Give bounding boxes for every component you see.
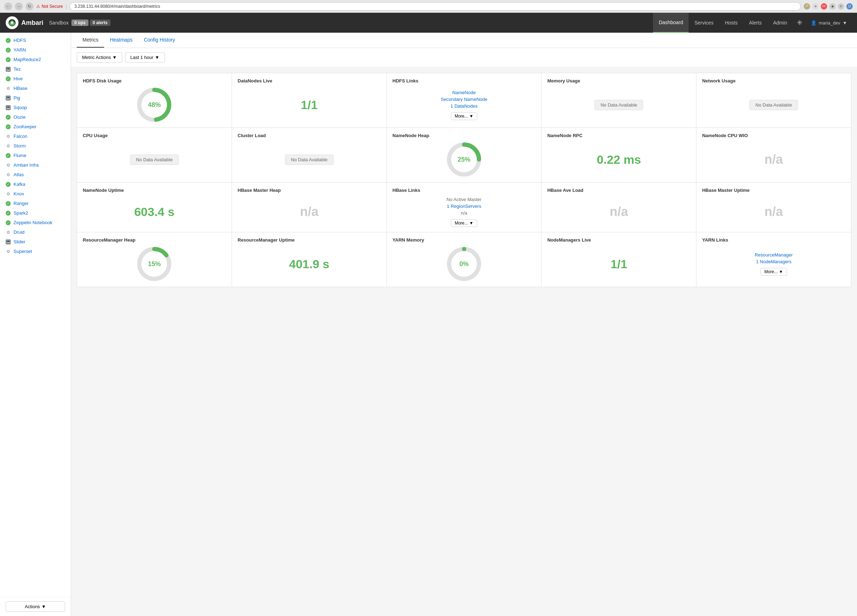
sidebar-item-label: HDFS (14, 38, 26, 43)
nav-services[interactable]: Services (688, 13, 719, 33)
sidebar-actions: Actions ▼ (0, 597, 71, 616)
sidebar-item-label: HBase (14, 86, 27, 91)
sidebar-item-slider[interactable]: 💻Slider (0, 237, 71, 246)
gear-icon: ⚙ (6, 192, 11, 197)
metric-title-resourcemanager-uptime: ResourceManager Uptime (238, 237, 381, 243)
metric-title-yarn-links: YARN Links (702, 237, 845, 243)
forward-button[interactable]: → (15, 3, 23, 10)
laptop-icon: 💻 (6, 67, 11, 72)
sidebar-item-ambari-infra[interactable]: ⚙Ambari Infra (0, 160, 71, 170)
nav-dashboard[interactable]: Dashboard (653, 13, 689, 33)
tab-config-history[interactable]: Config History (138, 33, 181, 48)
sidebar-item-label: Ranger (14, 201, 29, 206)
metric-title-cpu-usage: CPU Usage (83, 133, 226, 138)
last-hour-button[interactable]: Last 1 hour ▼ (125, 52, 165, 62)
nav-admin[interactable]: Admin (767, 13, 793, 33)
more-button[interactable]: More... ▼ (760, 268, 787, 275)
actions-arrow-icon: ▼ (41, 604, 46, 609)
username: maria_dev (818, 20, 840, 26)
sidebar-item-label: Storm (14, 143, 26, 149)
sidebar-item-superset[interactable]: ⚙Superset (0, 246, 71, 256)
alerts-badge[interactable]: 0 alerts (90, 20, 110, 26)
sidebar-item-zeppelin[interactable]: ✓Zeppelin Notebook (0, 218, 71, 228)
tab-heatmaps[interactable]: Heatmaps (104, 33, 138, 48)
metric-text: n/a (461, 210, 467, 216)
check-icon: ✓ (6, 115, 11, 120)
sidebar-item-kafka[interactable]: ✓Kafka (0, 180, 71, 189)
metric-link[interactable]: 1 NodeManagers (756, 259, 792, 264)
tabs-bar: Metrics Heatmaps Config History (71, 33, 857, 48)
metric-card-datanodes-live: DataNodes Live1/1 (232, 73, 387, 128)
metric-link[interactable]: NameNode (452, 90, 476, 95)
metric-card-nodemanagers-live: NodeManagers Live1/1 (541, 232, 696, 287)
metric-link[interactable]: 1 DataNodes (450, 104, 478, 109)
metric-card-hbase-links: HBase LinksNo Active Master1 RegionServe… (387, 183, 542, 232)
donut-label-resourcemanager-heap: 15% (148, 260, 161, 268)
sidebar-item-zookeeper[interactable]: ✓ZooKeeper (0, 122, 71, 132)
back-button[interactable]: ← (4, 3, 12, 10)
svg-point-1 (11, 22, 13, 24)
sidebar-item-mapreduce2[interactable]: ✓MapReduce2 (0, 55, 71, 64)
sidebar-item-druid[interactable]: ⚙Druid (0, 228, 71, 237)
sidebar-item-storm[interactable]: ⚙Storm (0, 141, 71, 151)
metric-link[interactable]: 1 RegionServers (447, 204, 481, 209)
instance-label: Sandbox (49, 20, 68, 26)
nav-alerts[interactable]: Alerts (743, 13, 767, 33)
metric-card-resourcemanager-heap: ResourceManager Heap 15% (77, 232, 232, 287)
metric-link[interactable]: ResourceManager (755, 252, 793, 258)
sidebar-item-sqoop[interactable]: 💻Sqoop (0, 103, 71, 112)
sidebar-item-pig[interactable]: 💻Pig (0, 93, 71, 103)
sidebar-item-falcon[interactable]: ⚙Falcon (0, 132, 71, 141)
laptop-icon: 💻 (6, 96, 11, 101)
grid-icon[interactable]: ⁜ (793, 19, 806, 27)
sidebar-item-label: Oozie (14, 115, 26, 120)
ops-badge[interactable]: 0 ops (71, 20, 88, 26)
more-button[interactable]: More... ▼ (451, 219, 478, 227)
sidebar-item-ranger[interactable]: ✓Ranger (0, 198, 71, 208)
more-button[interactable]: More... ▼ (451, 112, 478, 120)
metric-links-yarn-links: ResourceManager1 NodeManagersMore... ▼ (702, 246, 845, 282)
sidebar-actions-button[interactable]: Actions ▼ (6, 601, 65, 612)
nav-hosts[interactable]: Hosts (719, 13, 743, 33)
sidebar-item-hive[interactable]: ✓Hive (0, 74, 71, 84)
metric-title-namenode-rpc: NameNode RPC (547, 133, 690, 138)
metric-title-yarn-memory: YARN Memory (393, 237, 536, 243)
user-menu[interactable]: 👤 maria_dev ▼ (806, 20, 851, 26)
sidebar-items: ✓HDFS✓YARN✓MapReduce2💻Tez✓Hive⚙HBase💻Pig… (0, 33, 71, 597)
refresh-button[interactable]: ↻ (26, 3, 33, 10)
sidebar-item-atlas[interactable]: ⚙Atlas (0, 170, 71, 180)
app-header: Ambari Sandbox 0 ops 0 alerts Dashboard … (0, 13, 857, 33)
check-icon: ✓ (6, 57, 11, 62)
sidebar-item-yarn[interactable]: ✓YARN (0, 45, 71, 55)
donut-label-hdfs-disk-usage: 48% (148, 101, 161, 109)
metric-card-namenode-heap: NameNode Heap 25% (387, 128, 542, 183)
user-icon: 👤 (811, 20, 817, 26)
metric-card-namenode-uptime: NameNode Uptime603.4 s (77, 183, 232, 232)
metric-card-network-usage: Network Usage No Data Available (696, 73, 851, 128)
last-hour-label: Last 1 hour (130, 55, 153, 60)
metric-value-namenode-rpc: 0.22 ms (547, 142, 690, 177)
sidebar-item-knox[interactable]: ⚙Knox (0, 189, 71, 198)
sidebar-item-hbase[interactable]: ⚙HBase (0, 84, 71, 93)
metric-value-resourcemanager-uptime: 401.9 s (238, 246, 381, 282)
metric-actions-button[interactable]: Metric Actions ▼ (77, 52, 122, 62)
metric-title-cluster-load: Cluster Load (238, 133, 381, 138)
metric-links-hbase-links: No Active Master1 RegionServersn/aMore..… (393, 197, 536, 227)
check-icon: ✓ (6, 201, 11, 206)
donut-label-namenode-heap: 25% (458, 156, 470, 163)
metric-link[interactable]: Secondary NameNode (441, 97, 487, 102)
menu-icon: ≡ (838, 3, 844, 9)
sidebar-item-oozie[interactable]: ✓Oozie (0, 112, 71, 122)
url-bar[interactable] (70, 2, 801, 11)
donut-hdfs-disk-usage: 48% (83, 87, 226, 122)
sidebar-item-flume[interactable]: ✓Flume (0, 151, 71, 160)
sidebar-item-hdfs[interactable]: ✓HDFS (0, 36, 71, 45)
tab-metrics[interactable]: Metrics (77, 33, 104, 48)
sidebar-item-spark2[interactable]: ✓Spark2 (0, 208, 71, 218)
browser-bar: ← → ↻ ⚠ Not Secure | 🔑 ★ FF ■ ≡ U (0, 0, 857, 13)
metric-title-datanodes-live: DataNodes Live (238, 78, 381, 84)
metric-card-hdfs-disk-usage: HDFS Disk Usage 48% (77, 73, 232, 128)
metric-title-hbase-master-uptime: HBase Master Uptime (702, 187, 845, 193)
sidebar-item-label: Ambari Infra (14, 163, 39, 168)
sidebar-item-tez[interactable]: 💻Tez (0, 64, 71, 74)
